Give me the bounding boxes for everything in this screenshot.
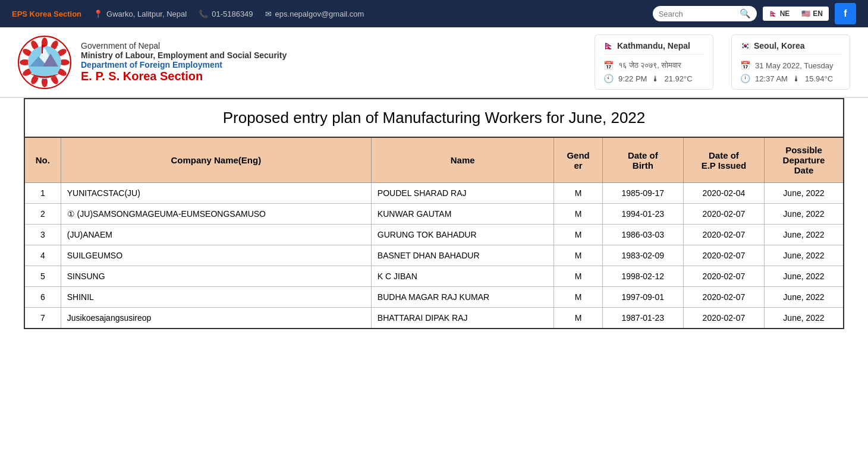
cell-company: Jusikoesajangsusireop — [61, 308, 371, 329]
clock-icon-2: 🕛 — [740, 74, 750, 83]
org-info: Government of Nepal Ministry of Labour, … — [81, 41, 287, 83]
cell-name: BUDHA MAGAR RAJ KUMAR — [371, 287, 554, 308]
cell-no: 2 — [24, 204, 61, 225]
location-icon: 📍 — [93, 10, 103, 18]
cell-gender: M — [554, 183, 602, 204]
lang-en-button[interactable]: 🇺🇸 EN — [795, 7, 829, 21]
seoul-city: 🇰🇷 Seoul, Korea — [740, 41, 841, 55]
calendar-icon: 📅 — [603, 61, 614, 70]
lang-ne-button[interactable]: 🇳🇵 NE — [763, 7, 796, 21]
cell-name: BHATTARAI DIPAK RAJ — [371, 308, 554, 329]
location-info: 📍 Gwarko, Lalitpur, Nepal — [93, 10, 187, 18]
col-gender: Gender — [554, 137, 602, 183]
kathmandu-time-row: 🕙 9:22 PM 🌡 21.92°C — [603, 74, 705, 83]
thermometer-icon: 🌡 — [652, 74, 659, 83]
language-switcher: 🇳🇵 NE 🇺🇸 EN — [763, 7, 829, 21]
table-row: 3 (JU)ANAEM GURUNG TOK BAHADUR M 1986-03… — [24, 225, 844, 245]
col-name: Name — [371, 137, 554, 183]
svg-rect-17 — [42, 45, 43, 53]
cell-ep: 2020-02-07 — [683, 245, 764, 266]
cell-no: 6 — [24, 287, 61, 308]
table-row: 7 Jusikoesajangsusireop BHATTARAI DIPAK … — [24, 308, 844, 329]
gov-line2: Ministry of Labour, Employment and Socia… — [81, 50, 287, 60]
col-ep: Date ofE.P Issued — [683, 137, 764, 183]
kathmandu-city: 🇳🇵 Kathmandu, Nepal — [603, 41, 705, 55]
cell-departure: June, 2022 — [764, 204, 844, 225]
cell-dob: 1987-01-23 — [602, 308, 683, 329]
cell-name: GURUNG TOK BAHADUR — [371, 225, 554, 245]
clock-icon: 🕙 — [603, 74, 614, 83]
cell-dob: 1985-09-17 — [602, 183, 683, 204]
kathmandu-weather: 🇳🇵 Kathmandu, Nepal 📅 १६ जेठ २०७९, सोमवा… — [595, 34, 713, 90]
seoul-time: 12:37 AM — [755, 74, 788, 83]
cell-name: BASNET DHAN BAHADUR — [371, 245, 554, 266]
lang-ne-label: NE — [780, 10, 790, 18]
cell-dob: 1998-02-12 — [602, 266, 683, 287]
workers-table: No. Company Name(Eng) Name Gender Date o… — [24, 137, 844, 329]
kathmandu-time: 9:22 PM — [618, 74, 647, 83]
cell-company: (JU)ANAEM — [61, 225, 371, 245]
cell-departure: June, 2022 — [764, 225, 844, 245]
seoul-date: 31 May 2022, Tuesday — [755, 61, 834, 70]
page-header: Government of Nepal Ministry of Labour, … — [0, 27, 868, 98]
top-bar: EPS Korea Section 📍 Gwarko, Lalitpur, Ne… — [0, 0, 868, 27]
table-row: 2 ① (JU)SAMSONGMAGEUMA-EUMSEONGSAMUSO KU… — [24, 204, 844, 225]
cell-departure: June, 2022 — [764, 266, 844, 287]
lang-en-label: EN — [813, 10, 823, 18]
cell-name: POUDEL SHARAD RAJ — [371, 183, 554, 204]
cell-no: 7 — [24, 308, 61, 329]
us-flag-icon: 🇺🇸 — [801, 10, 810, 18]
seoul-temp: 15.94°C — [805, 74, 833, 83]
phone-icon: 📞 — [199, 10, 208, 18]
search-box: 🔍 — [653, 6, 757, 21]
cell-company: SUILGEUMSO — [61, 245, 371, 266]
col-dob: Date ofBirth — [602, 137, 683, 183]
seoul-city-name: Seoul, Korea — [754, 41, 805, 50]
kathmandu-temp: 21.92°C — [664, 74, 692, 83]
top-bar-right: 🔍 🇳🇵 NE 🇺🇸 EN f — [653, 3, 856, 24]
cell-company: ① (JU)SAMSONGMAGEUMA-EUMSEONGSAMUSO — [61, 204, 371, 225]
cell-gender: M — [554, 225, 602, 245]
cell-no: 1 — [24, 183, 61, 204]
cell-ep: 2020-02-07 — [683, 225, 764, 245]
cell-no: 3 — [24, 225, 61, 245]
cell-dob: 1986-03-03 — [602, 225, 683, 245]
cell-dob: 1994-01-23 — [602, 204, 683, 225]
table-row: 5 SINSUNG K C JIBAN M 1998-02-12 2020-02… — [24, 266, 844, 287]
cell-company: YUNITACSTAC(JU) — [61, 183, 371, 204]
gov-line4: E. P. S. Korea Section — [81, 70, 287, 83]
location-text: Gwarko, Lalitpur, Nepal — [106, 10, 187, 18]
cell-gender: M — [554, 308, 602, 329]
cell-name: K C JIBAN — [371, 266, 554, 287]
gov-line1: Government of Nepal — [81, 41, 287, 50]
cell-ep: 2020-02-07 — [683, 204, 764, 225]
kathmandu-date: १६ जेठ २०७९, सोमवार — [618, 61, 681, 70]
cell-departure: June, 2022 — [764, 287, 844, 308]
email-text: eps.nepalgov@gmail.com — [275, 10, 364, 18]
table-row: 1 YUNITACSTAC(JU) POUDEL SHARAD RAJ M 19… — [24, 183, 844, 204]
cell-dob: 1983-02-09 — [602, 245, 683, 266]
logo-area: Government of Nepal Ministry of Labour, … — [18, 36, 287, 89]
col-departure: PossibleDepartureDate — [764, 137, 844, 183]
cell-gender: M — [554, 245, 602, 266]
email-icon: ✉ — [265, 10, 272, 18]
table-row: 6 SHINIL BUDHA MAGAR RAJ KUMAR M 1997-09… — [24, 287, 844, 308]
phone-info: 📞 01-5186349 — [199, 10, 253, 18]
seoul-time-row: 🕛 12:37 AM 🌡 15.94°C — [740, 74, 841, 83]
table-header-row: No. Company Name(Eng) Name Gender Date o… — [24, 137, 844, 183]
cell-dob: 1997-09-01 — [602, 287, 683, 308]
table-title: Proposed entry plan of Manufacturing Wor… — [24, 98, 844, 137]
facebook-button[interactable]: f — [835, 3, 856, 24]
korea-flag-small: 🇰🇷 — [740, 41, 750, 50]
cell-ep: 2020-02-04 — [683, 183, 764, 204]
eps-label: EPS Korea Section — [12, 10, 81, 18]
cell-departure: June, 2022 — [764, 308, 844, 329]
search-button[interactable]: 🔍 — [740, 8, 751, 19]
cell-ep: 2020-02-07 — [683, 308, 764, 329]
nepal-flag-icon: 🇳🇵 — [769, 10, 778, 18]
kathmandu-city-name: Kathmandu, Nepal — [617, 41, 690, 50]
search-input[interactable] — [659, 10, 736, 18]
seoul-weather: 🇰🇷 Seoul, Korea 📅 31 May 2022, Tuesday 🕛… — [731, 34, 850, 90]
thermometer-icon-2: 🌡 — [792, 74, 800, 83]
phone-text: 01-5186349 — [212, 10, 253, 18]
